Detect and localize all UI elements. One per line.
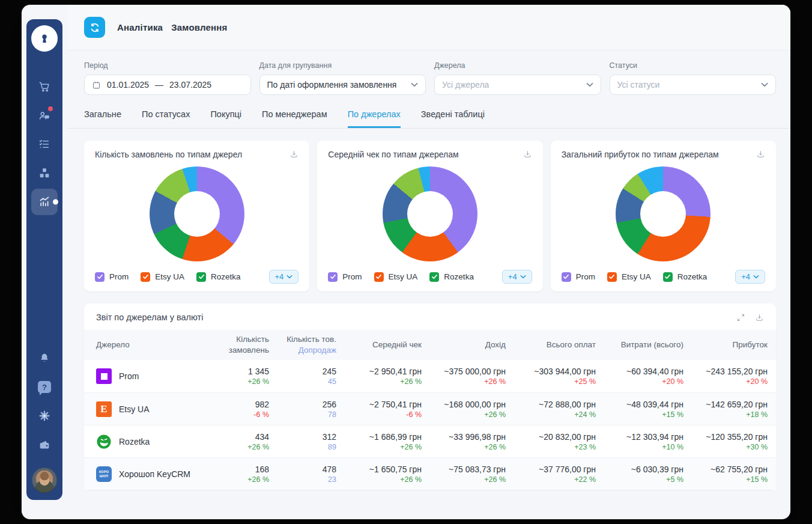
cart-icon [38, 80, 51, 93]
checkbox-checked-icon[interactable] [95, 272, 105, 282]
metric-value: ~303 944,00 грн [506, 367, 596, 376]
download-icon[interactable] [523, 150, 532, 159]
grouping-select[interactable]: По даті оформлення замовлення [259, 75, 426, 95]
tab[interactable]: По менеджерам [262, 109, 327, 128]
donut-chart[interactable] [616, 166, 710, 261]
expand-icon[interactable] [736, 313, 745, 322]
checkbox-checked-icon[interactable] [663, 272, 673, 282]
source-cell: E хоро шоп [96, 434, 198, 449]
checkbox-checked-icon[interactable] [429, 272, 439, 282]
sidebar-item-billing[interactable] [31, 431, 58, 458]
sidebar-item-products[interactable] [31, 160, 58, 186]
metric-value: 478 [269, 465, 336, 474]
period-date-range-input[interactable]: 01.01.2025 — 23.07.2025 [84, 75, 251, 95]
chart-card: Загальний прибуток по типам джерелам [551, 141, 776, 291]
source-name: Rozetka [119, 437, 150, 446]
checklist-icon [38, 138, 51, 151]
metric-cell: 168 +26 % [198, 465, 269, 484]
metric-value: ~33 996,98 грн [422, 432, 506, 442]
checkbox-checked-icon[interactable] [562, 272, 571, 282]
metric-value: ~243 155,20 грн [683, 367, 768, 376]
legend-more-button[interactable]: +4 [269, 270, 299, 284]
metric-cell: ~33 996,98 грн +26 % [422, 432, 506, 451]
grouping-value: По даті оформлення замовлення [267, 80, 397, 90]
refresh-icon[interactable] [84, 17, 105, 38]
metric-cell: ~142 659,20 грн +18 % [683, 400, 768, 419]
metric-delta: 45 [269, 377, 336, 386]
metric-delta: +24 % [506, 410, 596, 419]
metric-value: ~142 659,20 грн [683, 400, 768, 409]
table-row: E хоро шоп [84, 457, 776, 490]
donut-chart[interactable] [150, 166, 244, 261]
chart-card: Середній чек по типам джерелам [317, 141, 542, 291]
sidebar-item-analytics[interactable] [31, 189, 58, 215]
period-to: 23.07.2025 [169, 80, 211, 90]
metric-value: 982 [198, 400, 269, 409]
legend-item: Rozetka [429, 272, 474, 282]
checkbox-checked-icon[interactable] [374, 272, 384, 282]
legend-more-button[interactable]: +4 [735, 270, 765, 284]
tab[interactable]: По статусах [142, 109, 190, 128]
tab[interactable]: По джерелах [348, 109, 401, 128]
metric-value: 168 [198, 465, 269, 474]
metric-cell: 256 78 [269, 400, 336, 419]
metric-cell: ~48 039,44 грн +15 % [596, 400, 683, 419]
checkbox-checked-icon[interactable] [141, 272, 150, 282]
chevron-down-icon [586, 82, 593, 87]
download-icon[interactable] [289, 150, 298, 159]
keycrm-logo[interactable] [31, 25, 58, 52]
tab[interactable]: Зведені таблиці [421, 109, 485, 128]
tab[interactable]: Покупці [210, 109, 241, 128]
user-avatar[interactable] [32, 468, 57, 493]
metric-cell: 312 89 [269, 432, 336, 451]
metric-cell: 245 45 [269, 367, 336, 386]
metric-delta: +25 % [506, 377, 596, 386]
legend-item: Prom [562, 272, 595, 282]
sidebar-item-notifications[interactable] [31, 345, 58, 371]
upsell-toggle[interactable]: Допродаж [269, 345, 336, 356]
chevron-down-icon [761, 82, 768, 87]
donut-chart[interactable] [383, 166, 477, 261]
metric-cell: ~375 000,00 грн +26 % [422, 367, 506, 386]
metric-delta: -6 % [336, 410, 422, 419]
statuses-select[interactable]: Усі статуси [610, 75, 777, 95]
metric-value: ~48 039,44 грн [596, 400, 683, 409]
sidebar: ? [26, 19, 62, 500]
metric-value: 256 [269, 400, 336, 409]
metric-cell: 982 -6 % [198, 400, 269, 419]
checkbox-checked-icon[interactable] [196, 272, 206, 282]
legend-label: Etsy UA [155, 272, 184, 281]
source-name: Хорошоп KeyCRM [119, 469, 190, 479]
metric-value: ~20 832,00 грн [506, 432, 596, 442]
metric-delta: +26 % [422, 475, 506, 484]
metric-delta: +26 % [422, 410, 506, 419]
column-header: Джерело [96, 340, 198, 350]
sidebar-item-orders[interactable] [31, 73, 58, 100]
chart-legend: Prom Etsy UA [562, 270, 765, 284]
filters-bar: Період 01.01.2025 — 23.07.2025 Дата для … [67, 50, 790, 95]
sidebar-item-tasks[interactable] [31, 131, 58, 157]
metric-cell: 434 +26 % [198, 432, 269, 451]
legend-label: Prom [342, 272, 362, 281]
legend-more-button[interactable]: +4 [502, 270, 532, 284]
checkbox-checked-icon[interactable] [328, 272, 338, 282]
metric-value: ~1 686,99 грн [336, 432, 422, 442]
download-icon[interactable] [756, 150, 765, 159]
checkbox-checked-icon[interactable] [607, 272, 617, 282]
metric-cell: ~37 776,00 грн +22 % [506, 465, 596, 484]
tab[interactable]: Загальне [84, 109, 121, 128]
column-header: Витрати (всього) [596, 340, 683, 350]
report-table-card: Звіт по джерелам у валюті Джерело [84, 303, 776, 490]
sources-select[interactable]: Усі джерела [434, 75, 601, 95]
download-icon[interactable] [755, 313, 764, 322]
table-header-row: Джерело Кількість замовлень Кількість то… [84, 330, 776, 360]
sidebar-item-settings[interactable] [31, 403, 58, 429]
bell-icon [38, 352, 51, 365]
metric-cell: ~60 394,40 грн +20 % [596, 367, 683, 386]
metric-value: ~72 888,00 грн [506, 400, 596, 409]
metric-value: ~168 000,00 грн [422, 400, 506, 409]
metric-cell: ~168 000,00 грн +26 % [422, 400, 506, 419]
metric-cell: ~12 303,94 грн +10 % [596, 432, 683, 451]
sidebar-item-clients[interactable] [31, 102, 58, 129]
sidebar-item-help[interactable]: ? [31, 374, 58, 400]
